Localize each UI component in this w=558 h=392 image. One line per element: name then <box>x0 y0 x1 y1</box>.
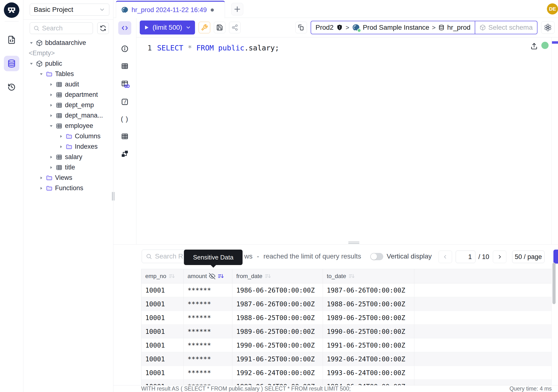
column-header-emp_no[interactable]: emp_no <box>141 269 184 283</box>
table-icon[interactable] <box>121 132 129 140</box>
caret-right-icon[interactable] <box>49 103 54 107</box>
chevron-down-icon <box>99 7 105 13</box>
column-header-from_date[interactable]: from_date <box>232 269 323 283</box>
table-row[interactable]: 10001******1988-06-25T00:00:00Z1989-06-2… <box>141 311 551 325</box>
tree-item-dept-emp[interactable]: dept_emp <box>23 100 113 110</box>
tree-item-bbdataarchive[interactable]: bbdataarchive <box>23 38 113 48</box>
parentheses-icon[interactable]: ( ) <box>121 115 129 123</box>
results-table[interactable]: emp_noamountfrom_dateto_date 10001******… <box>141 269 551 385</box>
sort-icon[interactable] <box>264 273 271 279</box>
refresh-button[interactable] <box>97 22 109 34</box>
tree-item-columns[interactable]: Columns <box>23 131 113 141</box>
connection-breadcrumb[interactable]: Prod2 > Prod Sample Instance > <box>311 21 538 34</box>
tree-item-views[interactable]: Views <box>23 173 113 183</box>
tree-item-public[interactable]: public <box>23 58 113 69</box>
rail-item-database[interactable] <box>4 56 19 71</box>
upload-icon[interactable] <box>530 42 538 50</box>
cell-from_date: 1988-06-25T00:00:00Z <box>232 311 323 324</box>
caret-right-icon[interactable] <box>49 93 54 97</box>
sidebar-search[interactable] <box>30 22 93 34</box>
export-button[interactable] <box>553 250 558 264</box>
column-header-amount[interactable]: amount <box>184 269 232 283</box>
vertical-display-toggle[interactable] <box>370 253 383 260</box>
cell-to_date: 1987-06-26T00:00:00Z <box>323 283 414 297</box>
table-row[interactable]: 10001******1993-06-24T00:00:00Z1994-06-2… <box>141 380 551 385</box>
ai-assistant-button[interactable] <box>541 21 555 34</box>
page-size-select[interactable]: 50 / page <box>512 251 544 263</box>
caret-right-icon[interactable] <box>49 155 54 159</box>
sort-icon[interactable] <box>348 273 355 279</box>
tree-item-label: dept_mana... <box>65 112 103 119</box>
tree-item-indexes[interactable]: Indexes <box>23 141 113 152</box>
tree-item-functions[interactable]: Functions <box>23 183 113 193</box>
run-query-button[interactable]: (limit 500) <box>140 20 195 35</box>
sql-editor[interactable]: 1 SELECT * FROM public.salary; <box>136 37 558 244</box>
editor-scroll-track <box>551 37 552 244</box>
add-tab-button[interactable] <box>231 3 243 16</box>
tree-item-employee[interactable]: employee <box>23 121 113 131</box>
caret-right-icon[interactable] <box>58 145 64 149</box>
cell-filler <box>414 325 551 338</box>
results-scrollbar[interactable] <box>552 263 556 304</box>
masked-table-icon[interactable] <box>121 80 129 88</box>
table-icon <box>55 154 63 160</box>
tree-item--empty-[interactable]: <Empty> <box>23 48 113 58</box>
caret-right-icon[interactable] <box>39 186 44 191</box>
function-icon[interactable]: f <box>121 98 129 106</box>
format-sql-button[interactable] <box>199 22 210 33</box>
sort-icon[interactable] <box>218 273 224 279</box>
table-row[interactable]: 10001******1991-06-25T00:00:00Z1992-06-2… <box>141 352 551 366</box>
caret-down-icon[interactable] <box>39 72 44 76</box>
caret-down-icon[interactable] <box>29 61 34 66</box>
column-header-to_date[interactable]: to_date <box>323 269 414 283</box>
cell-filler <box>414 339 551 352</box>
editor-scroll-thumb[interactable] <box>552 41 558 44</box>
eye-off-icon <box>209 273 215 279</box>
user-avatar[interactable]: DE <box>547 3 558 15</box>
caret-down-icon[interactable] <box>49 124 54 128</box>
batch-query-button[interactable] <box>296 22 307 33</box>
prev-page-button[interactable] <box>438 251 452 263</box>
caret-down-icon[interactable] <box>29 41 34 45</box>
tree-item-salary[interactable]: salary <box>23 152 113 162</box>
tree-item-title[interactable]: title <box>23 162 113 173</box>
caret-right-icon[interactable] <box>39 176 44 180</box>
caret-right-icon[interactable] <box>58 134 64 139</box>
cell-filler <box>414 380 551 385</box>
share-button[interactable] <box>229 22 241 33</box>
caret-right-icon[interactable] <box>49 82 54 87</box>
limit-reached-text: reached the limit of query results <box>263 253 361 260</box>
code-mode-toggle[interactable] <box>118 21 131 35</box>
tree-item-dept-mana-[interactable]: dept_mana... <box>23 110 113 121</box>
info-icon[interactable] <box>121 45 129 53</box>
bytebase-logo[interactable] <box>4 2 19 18</box>
panel-resize-handle[interactable] <box>348 242 359 244</box>
line-number: 1 <box>142 44 152 52</box>
page-number-input[interactable] <box>456 251 475 263</box>
tree-item-tables[interactable]: Tables <box>23 69 113 79</box>
table-row[interactable]: 10001******1990-06-25T00:00:00Z1991-06-2… <box>141 339 551 352</box>
schema-diagram-icon[interactable] <box>121 150 129 158</box>
worksheet-tab[interactable]: hr_prod 2024-11-22 16:49 <box>116 1 225 18</box>
tree-item-label: Functions <box>55 184 83 192</box>
rail-divider <box>5 21 18 21</box>
rail-item-worksheet[interactable] <box>4 32 19 48</box>
sidebar-search-input[interactable] <box>42 25 86 32</box>
table-row[interactable]: 10001******1987-06-26T00:00:00Z1988-06-2… <box>141 297 551 311</box>
caret-right-icon[interactable] <box>49 113 54 118</box>
sort-icon[interactable] <box>168 273 175 279</box>
schema-select[interactable]: Select schema <box>475 21 537 34</box>
next-page-button[interactable] <box>493 251 506 263</box>
project-select[interactable]: Basic Project <box>30 4 109 16</box>
table-row[interactable]: 10001******1992-06-24T00:00:00Z1993-06-2… <box>141 366 551 380</box>
table-row[interactable]: 10001******1986-06-26T00:00:00Z1987-06-2… <box>141 283 551 297</box>
tree-item-department[interactable]: department <box>23 89 113 100</box>
tree-item-audit[interactable]: audit <box>23 79 113 89</box>
caret-right-icon[interactable] <box>49 165 54 170</box>
table-icon[interactable] <box>121 62 129 70</box>
search-icon <box>33 25 40 31</box>
table-row[interactable]: 10001******1989-06-25T00:00:00Z1990-06-2… <box>141 325 551 339</box>
sidebar-resize-handle[interactable] <box>112 192 114 200</box>
save-button[interactable] <box>214 22 226 33</box>
rail-item-history[interactable] <box>4 79 19 95</box>
